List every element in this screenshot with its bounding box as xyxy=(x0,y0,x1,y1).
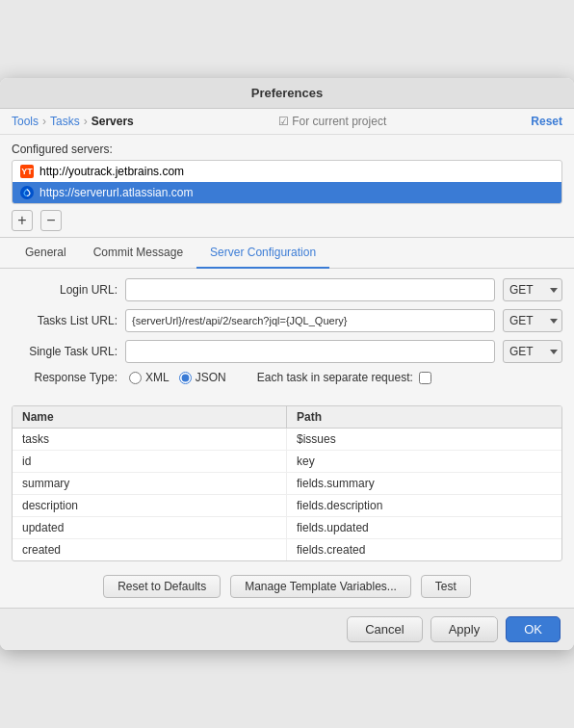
breadcrumb-sep1: › xyxy=(42,115,46,128)
each-task-label[interactable]: Each task in separate request: xyxy=(257,371,431,384)
row-description-path: fields.description xyxy=(287,495,561,516)
row-description-name: description xyxy=(13,495,287,516)
table-row[interactable]: created fields.created xyxy=(13,539,561,560)
title-bar: Preferences xyxy=(0,78,574,109)
login-url-input[interactable] xyxy=(125,278,495,301)
single-task-url-row: Single Task URL: GET POST PUT DELETE xyxy=(12,340,562,363)
jira-icon xyxy=(20,186,34,199)
form-area: Login URL: GET POST PUT DELETE Tasks Lis… xyxy=(0,269,574,402)
table-row[interactable]: description fields.description xyxy=(13,495,561,517)
tasks-list-url-method-select[interactable]: GET POST PUT DELETE xyxy=(503,309,562,332)
youtrack-url: http://youtrack.jetbrains.com xyxy=(39,165,184,178)
table-row[interactable]: summary fields.summary xyxy=(13,473,561,495)
table-wrapper: Name Path tasks $issues id key summary f… xyxy=(13,406,561,560)
server-toolbar: + − xyxy=(0,204,574,237)
row-tasks-path: $issues xyxy=(287,429,561,450)
reset-button[interactable]: Reset xyxy=(531,115,562,128)
window-title: Preferences xyxy=(251,86,323,100)
ok-button[interactable]: OK xyxy=(506,616,561,642)
row-id-name: id xyxy=(13,451,287,472)
reset-defaults-button[interactable]: Reset to Defaults xyxy=(103,575,221,598)
each-task-text: Each task in separate request: xyxy=(257,371,413,384)
server-item-youtrack[interactable]: YT http://youtrack.jetbrains.com xyxy=(13,161,561,182)
breadcrumb-sep2: › xyxy=(84,115,88,128)
breadcrumb-servers: Servers xyxy=(91,115,134,128)
apply-button[interactable]: Apply xyxy=(430,616,499,642)
youtrack-icon: YT xyxy=(20,165,34,178)
row-updated-name: updated xyxy=(13,517,287,538)
row-updated-path: fields.updated xyxy=(287,517,561,538)
table-row[interactable]: id key xyxy=(13,451,561,473)
login-url-method-select[interactable]: GET POST PUT DELETE xyxy=(503,278,562,301)
tabs: General Commit Message Server Configurat… xyxy=(0,238,574,269)
section-label: Configured servers: xyxy=(0,135,574,160)
response-type-radio-group: XML JSON xyxy=(129,371,226,384)
manage-template-button[interactable]: Manage Template Variables... xyxy=(230,575,411,598)
server-list: YT http://youtrack.jetbrains.com https:/… xyxy=(12,160,562,204)
footer: Cancel Apply OK xyxy=(0,608,574,650)
radio-xml-input[interactable] xyxy=(129,372,142,384)
login-url-row: Login URL: GET POST PUT DELETE xyxy=(12,278,562,301)
col-name-header: Name xyxy=(13,406,287,428)
breadcrumb: Tools › Tasks › Servers xyxy=(12,115,134,128)
tasks-list-url-input[interactable] xyxy=(125,309,495,332)
row-created-name: created xyxy=(13,539,287,560)
svg-point-0 xyxy=(21,187,33,198)
table-row[interactable]: tasks $issues xyxy=(13,429,561,451)
breadcrumb-tasks[interactable]: Tasks xyxy=(50,115,80,128)
content: Configured servers: YT http://youtrack.j… xyxy=(0,135,574,608)
response-type-label: Response Type: xyxy=(12,371,117,384)
tasks-list-url-row: Tasks List URL: GET POST PUT DELETE xyxy=(12,309,562,332)
row-tasks-name: tasks xyxy=(13,429,287,450)
cancel-button[interactable]: Cancel xyxy=(347,616,422,642)
table-row[interactable]: updated fields.updated xyxy=(13,517,561,539)
tab-general[interactable]: General xyxy=(12,238,80,269)
tasks-list-url-label: Tasks List URL: xyxy=(12,314,117,327)
radio-xml-label: XML xyxy=(145,371,170,384)
row-created-path: fields.created xyxy=(287,539,561,560)
col-path-header: Path xyxy=(287,406,561,428)
login-url-label: Login URL: xyxy=(12,283,117,297)
remove-server-button[interactable]: − xyxy=(40,210,62,231)
radio-json[interactable]: JSON xyxy=(179,371,226,384)
atlassian-url: https://serverurl.atlassian.com xyxy=(39,186,193,199)
bottom-buttons: Reset to Defaults Manage Template Variab… xyxy=(0,565,574,608)
path-table: Name Path tasks $issues id key summary f… xyxy=(12,405,562,561)
radio-json-input[interactable] xyxy=(179,372,192,384)
row-summary-name: summary xyxy=(13,473,287,494)
tab-commit[interactable]: Commit Message xyxy=(80,238,196,269)
project-label: ☑ For current project xyxy=(278,115,386,128)
tab-server-configuration[interactable]: Server Configuration xyxy=(196,238,329,269)
row-id-path: key xyxy=(287,451,561,472)
table-header: Name Path xyxy=(13,406,561,429)
breadcrumb-tools[interactable]: Tools xyxy=(12,115,39,128)
test-button[interactable]: Test xyxy=(421,575,471,598)
header-nav: Tools › Tasks › Servers ☑ For current pr… xyxy=(0,109,574,135)
single-task-url-input[interactable] xyxy=(125,340,495,363)
radio-xml[interactable]: XML xyxy=(129,371,170,384)
each-task-checkbox[interactable] xyxy=(419,372,431,384)
response-type-row: Response Type: XML JSON Each task in sep… xyxy=(12,371,562,384)
server-item-atlassian[interactable]: https://serverurl.atlassian.com xyxy=(13,182,561,203)
add-server-button[interactable]: + xyxy=(12,210,33,231)
single-task-url-label: Single Task URL: xyxy=(12,345,117,358)
single-task-url-method-select[interactable]: GET POST PUT DELETE xyxy=(503,340,562,363)
row-summary-path: fields.summary xyxy=(287,473,561,494)
radio-json-label: JSON xyxy=(196,371,226,384)
